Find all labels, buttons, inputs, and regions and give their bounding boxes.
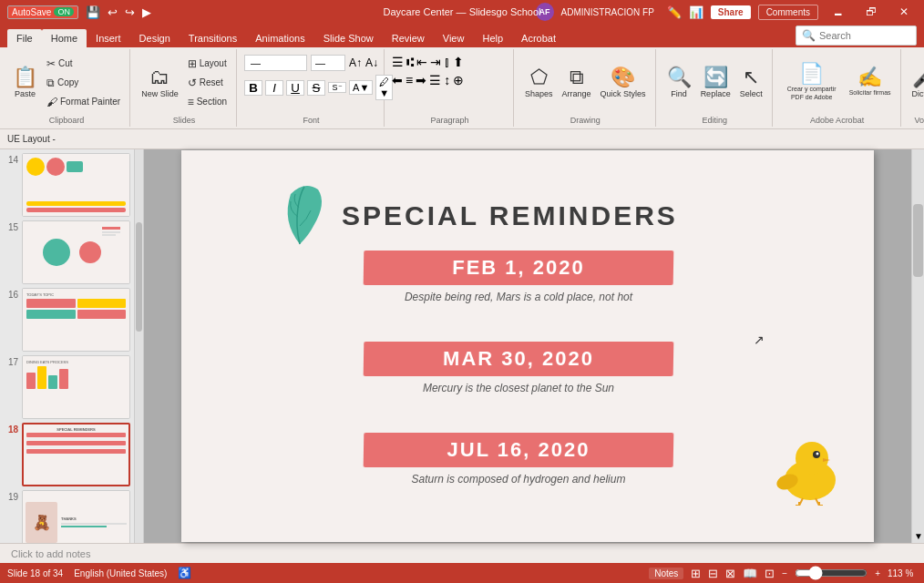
autosave-badge[interactable]: AutoSave ON: [7, 5, 78, 19]
editing-label: Editing: [663, 114, 766, 125]
replace-button[interactable]: 🔄 Replace: [697, 56, 734, 110]
date-banner-1: FEB 1, 2020: [364, 251, 674, 285]
tab-home[interactable]: Home: [42, 29, 87, 47]
save-icon[interactable]: 💾: [86, 5, 100, 19]
close-button[interactable]: ✕: [891, 0, 917, 24]
normal-view-icon[interactable]: ⊞: [691, 567, 701, 580]
tab-slideshow[interactable]: Slide Show: [314, 29, 383, 47]
notes-bar[interactable]: Click to add notes: [0, 543, 924, 563]
font-grow-icon[interactable]: A↑: [349, 56, 362, 69]
notes-button[interactable]: Notes: [649, 568, 683, 579]
strikethrough-button[interactable]: S: [307, 80, 325, 96]
font-size-dropdown[interactable]: —: [311, 55, 345, 71]
present-icon[interactable]: ▶: [142, 5, 151, 19]
increase-indent-button[interactable]: ⇥: [430, 55, 441, 69]
bullets-button[interactable]: ☰: [392, 55, 404, 69]
panel-scrollbar[interactable]: [135, 149, 144, 543]
redo-icon[interactable]: ↪: [125, 5, 135, 19]
arrange-label: Arrange: [562, 89, 591, 98]
zoom-out-icon[interactable]: −: [782, 568, 787, 578]
font-color-button[interactable]: A▼: [349, 80, 373, 95]
dictate-button[interactable]: 🎤 Dictate: [909, 56, 924, 110]
convert-smartart-button[interactable]: ⊕: [453, 73, 464, 87]
numbering-button[interactable]: ⑆: [406, 55, 414, 69]
tab-file[interactable]: File: [7, 29, 42, 47]
comments-button[interactable]: Comments: [758, 5, 818, 20]
zoom-level[interactable]: 113 %: [888, 568, 917, 578]
crear-pdf-button[interactable]: 📄 Crear y compartir PDF de Adobe: [780, 56, 844, 110]
slide-thumb-18[interactable]: 18 SPECIAL REMINDERS: [4, 423, 130, 486]
slide-thumb-16[interactable]: 16 TODAY'S TOPIC: [4, 288, 130, 352]
right-scrollbar[interactable]: ▼: [911, 149, 924, 543]
slide-sorter-icon[interactable]: ⊠: [725, 567, 735, 580]
slide-thumb-15[interactable]: 15: [4, 220, 130, 284]
format-painter-button[interactable]: 🖌Format Painter: [43, 93, 124, 111]
bold-button[interactable]: B: [244, 80, 262, 96]
align-left-button[interactable]: ⬅: [392, 73, 403, 87]
tab-design[interactable]: Design: [130, 29, 180, 47]
tab-review[interactable]: Review: [383, 29, 434, 47]
restore-button[interactable]: 🗗: [858, 0, 884, 24]
slide-thumb-17[interactable]: 17 DINING EATS PROCESS: [4, 355, 130, 419]
justify-button[interactable]: ☰: [429, 73, 441, 87]
slide-thumb-14[interactable]: 14: [4, 153, 130, 217]
paste-button[interactable]: 📋 Paste: [9, 56, 41, 110]
undo-icon[interactable]: ↩: [108, 5, 118, 19]
italic-button[interactable]: I: [265, 80, 283, 96]
drawing-buttons: ⬠ Shapes ⧉ Arrange 🎨 Quick Styles: [521, 51, 650, 114]
layout-button[interactable]: ⊞Layout: [184, 55, 231, 73]
tab-animations[interactable]: Animations: [246, 29, 313, 47]
section-button[interactable]: ≡Section: [184, 93, 231, 111]
slide-num-19: 19: [4, 490, 18, 502]
find-button[interactable]: 🔍 Find: [663, 56, 695, 110]
shapes-button[interactable]: ⬠ Shapes: [521, 56, 557, 110]
status-bar-right: Notes ⊞ ⊟ ⊠ 📖 ⊡ − + 113 %: [649, 566, 917, 580]
tab-view[interactable]: View: [434, 29, 474, 47]
line-spacing-button[interactable]: ↕: [444, 73, 450, 87]
slide-main-title: SPECIAL REMINDERS: [342, 200, 678, 231]
zoom-in-icon[interactable]: +: [875, 568, 880, 578]
tab-acrobat[interactable]: Acrobat: [512, 29, 565, 47]
slide-thumb-19[interactable]: 19 🧸 THANKS: [4, 490, 130, 543]
minimize-button[interactable]: 🗕: [826, 0, 851, 24]
pen-icon[interactable]: ✏️: [667, 5, 682, 19]
tab-insert[interactable]: Insert: [87, 29, 130, 47]
reminder-2: MAR 30, 2020 Mercury is the closest plan…: [364, 342, 673, 394]
underline-button[interactable]: U: [286, 80, 304, 96]
shadow-button[interactable]: S⁻: [328, 82, 346, 93]
ribbon-group-paragraph: ☰ ⑆ ⇤ ⇥ ⫿ ⬆ ⬅ ≡ ➡ ☰ ↕ ⊕ Paragraph: [386, 49, 514, 127]
search-box[interactable]: 🔍: [796, 26, 917, 46]
cut-button[interactable]: ✂Cut: [43, 55, 77, 73]
arrange-icon: ⧉: [570, 67, 584, 87]
zoom-slider[interactable]: [795, 566, 868, 580]
select-button[interactable]: ↖ Select: [736, 56, 766, 110]
font-name-dropdown[interactable]: —: [244, 55, 307, 71]
columns-button[interactable]: ⫿: [444, 55, 450, 69]
fit-slide-icon[interactable]: ⊡: [765, 567, 775, 580]
share-button[interactable]: Share: [711, 5, 751, 19]
decrease-indent-button[interactable]: ⇤: [416, 55, 427, 69]
quick-styles-button[interactable]: 🎨 Quick Styles: [597, 56, 650, 110]
outline-view-icon[interactable]: ⊟: [708, 567, 718, 580]
search-input[interactable]: [819, 30, 910, 41]
copy-button[interactable]: ⧉Copy: [43, 74, 82, 92]
voice-buttons: 🎤 Dictate: [909, 51, 924, 114]
ribbon-group-drawing: ⬠ Shapes ⧉ Arrange 🎨 Quick Styles Drawin…: [516, 49, 656, 127]
reset-button[interactable]: ↺Reset: [184, 74, 227, 92]
solicitar-button[interactable]: ✍ Solicitar firmas: [846, 56, 895, 110]
arrange-button[interactable]: ⧉ Arrange: [559, 56, 595, 110]
tab-help[interactable]: Help: [473, 29, 512, 47]
ribbon-group-adobe: 📄 Crear y compartir PDF de Adobe ✍ Solic…: [775, 49, 901, 127]
text-direction-button[interactable]: ⬆: [453, 55, 464, 69]
align-right-button[interactable]: ➡: [416, 73, 426, 87]
present2-icon[interactable]: 📊: [689, 5, 703, 19]
quick-styles-icon: 🎨: [611, 67, 635, 87]
align-center-button[interactable]: ≡: [406, 73, 413, 87]
new-slide-button[interactable]: 🗂 New Slide: [138, 56, 182, 110]
slide-num-16: 16: [4, 288, 18, 300]
reading-view-icon[interactable]: 📖: [743, 567, 757, 580]
new-slide-label: New Slide: [141, 89, 179, 98]
font-shrink-icon[interactable]: A↓: [365, 56, 378, 69]
layout-icon: ⊞: [188, 58, 197, 69]
tab-transitions[interactable]: Transitions: [180, 29, 246, 47]
